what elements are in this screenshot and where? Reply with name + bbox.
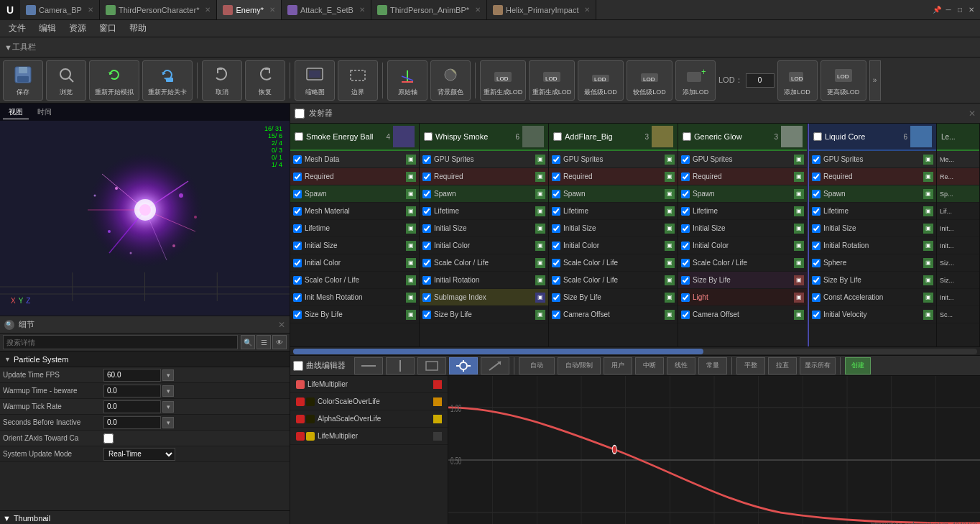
pin-button[interactable]: 📌 (932, 5, 942, 15)
close-button[interactable]: ✕ (966, 5, 976, 15)
prop-arrow[interactable]: ▾ (162, 401, 174, 413)
tab-close[interactable]: ✕ (475, 6, 481, 14)
module-graph[interactable]: ▣ (794, 275, 804, 285)
module-graph[interactable]: ▣ (923, 258, 933, 268)
module-graph[interactable]: ▣ (665, 258, 675, 268)
module-lifetime[interactable]: Lifetime ▣ (678, 203, 807, 220)
module-graph[interactable]: ▣ (406, 258, 416, 268)
module-initial-size[interactable]: Initial Size ▣ (678, 220, 807, 237)
module-scale-color[interactable]: Scale Color / Life ▣ (420, 254, 548, 272)
module-initial-size[interactable]: Initial Size ▣ (809, 220, 936, 237)
module-checkbox[interactable] (552, 259, 560, 267)
module-scale-color-2[interactable]: Scale Color / Life ▣ (549, 272, 678, 289)
menu-asset[interactable]: 资源 (63, 21, 92, 36)
update-mode-select[interactable]: Real-Time Fixed-Time (103, 448, 175, 461)
module-gpu-sprites[interactable]: GPU Sprites ▣ (678, 151, 807, 168)
module-initial-velocity[interactable]: Initial Velocity ▣ (809, 306, 936, 323)
emitter-scrollbar[interactable] (290, 346, 980, 355)
module-partial-gpu[interactable]: Me... (937, 151, 979, 168)
module-graph[interactable]: ▣ (535, 224, 545, 234)
menu-window[interactable]: 窗口 (93, 21, 122, 36)
module-graph[interactable]: ▣ (794, 310, 804, 320)
tab-close[interactable]: ✕ (269, 6, 275, 14)
module-checkbox[interactable] (293, 242, 302, 250)
warmup-time-input[interactable] (103, 385, 161, 397)
module-initial-color[interactable]: Initial Color ▣ (678, 237, 807, 254)
module-checkbox[interactable] (552, 207, 560, 216)
module-required[interactable]: Required ▣ (809, 168, 936, 185)
restart-sim-button[interactable]: 重新开始模拟 (89, 60, 139, 101)
module-light[interactable]: Light ▣ (678, 289, 807, 306)
module-scale-color[interactable]: Scale Color / Life ▣ (678, 254, 807, 272)
regen-lod-h-button[interactable]: LOD 重新生成LOD (480, 60, 526, 101)
bg-color-button[interactable]: 背景颜色 (430, 60, 471, 101)
module-graph[interactable]: ▣ (923, 310, 933, 320)
viewport-tab-time[interactable]: 时间 (32, 106, 57, 119)
module-graph[interactable]: ▣ (535, 206, 545, 216)
module-partial-sph[interactable]: Siz... (937, 254, 979, 272)
module-checkbox[interactable] (422, 173, 431, 181)
module-checkbox[interactable] (422, 224, 431, 233)
menu-edit[interactable]: 编辑 (33, 21, 62, 36)
module-gpu-sprites[interactable]: GPU Sprites ▣ (420, 151, 548, 168)
module-checkbox[interactable] (422, 276, 431, 285)
undo-button[interactable]: 取消 (202, 60, 242, 101)
curve-item-btn[interactable] (433, 415, 442, 423)
toolbar-overflow[interactable]: » (869, 60, 881, 101)
module-checkbox[interactable] (812, 293, 820, 302)
module-spawn[interactable]: Spawn ▣ (420, 185, 548, 203)
module-graph[interactable]: ▣ (406, 241, 416, 251)
module-checkbox[interactable] (552, 311, 560, 319)
curve-btn-create[interactable]: 创建 (845, 357, 871, 374)
module-size-by-life[interactable]: Size By Life ▣ (809, 272, 936, 289)
lod-input[interactable] (746, 73, 775, 88)
module-checkbox[interactable] (422, 190, 431, 198)
module-size-by-life[interactable]: Size By Life ▣ (549, 289, 678, 306)
module-checkbox[interactable] (422, 311, 431, 319)
module-graph[interactable]: ▣ (406, 224, 416, 234)
module-checkbox[interactable] (681, 293, 690, 302)
module-graph[interactable]: ▣ (794, 241, 804, 251)
curve-btn-show-all[interactable]: 显示所有 (800, 357, 836, 374)
curve-item-life-mult-2[interactable]: LifeMultiplier (290, 428, 448, 445)
module-checkbox[interactable] (422, 293, 431, 302)
module-camera-offset[interactable]: Camera Offset ▣ (678, 306, 807, 323)
module-checkbox[interactable] (293, 207, 302, 216)
module-graph[interactable]: ▣ (406, 155, 416, 165)
module-graph[interactable]: ▣ (923, 224, 933, 234)
orient-z-checkbox[interactable] (103, 433, 114, 443)
module-required[interactable]: Required ▣ (678, 168, 807, 185)
module-initial-size[interactable]: Initial Size ▣ (549, 220, 678, 237)
module-graph[interactable]: ▣ (665, 224, 675, 234)
search-button[interactable]: 🔍 (241, 335, 255, 349)
module-graph[interactable]: ▣ (406, 310, 416, 320)
col-checkbox[interactable] (553, 132, 562, 141)
details-close[interactable]: ✕ (278, 320, 285, 330)
module-partial-life[interactable]: Lif... (937, 203, 979, 220)
module-checkbox[interactable] (681, 276, 690, 285)
module-graph[interactable]: ▣ (406, 189, 416, 199)
module-graph[interactable]: ▣ (794, 189, 804, 199)
module-spawn[interactable]: Spawn ▣ (809, 185, 936, 203)
module-lifetime[interactable]: Lifetime ▣ (809, 203, 936, 220)
menu-file[interactable]: 文件 (3, 21, 32, 36)
seconds-inactive-input[interactable] (103, 416, 161, 429)
module-checkbox[interactable] (293, 224, 302, 233)
module-checkbox[interactable] (293, 311, 302, 319)
redo-button[interactable]: 恢复 (245, 60, 285, 101)
curve-btn-constant[interactable]: 常量 (698, 357, 727, 374)
module-graph[interactable]: ▣ (535, 310, 545, 320)
curve-btn-auto-limit[interactable]: 自动/限制 (558, 357, 601, 374)
module-checkbox[interactable] (293, 293, 302, 302)
module-graph[interactable]: ▣ (665, 310, 675, 320)
module-checkbox[interactable] (812, 190, 820, 198)
module-graph[interactable]: ▣ (665, 155, 675, 165)
curve-item-alpha-scale[interactable]: AlphaScaleOverLife (290, 410, 448, 428)
module-checkbox[interactable] (552, 155, 560, 164)
curve-item-btn[interactable] (433, 397, 442, 406)
module-graph[interactable]: ▣ (923, 206, 933, 216)
module-checkbox[interactable] (681, 155, 690, 164)
col-checkbox[interactable] (295, 132, 303, 141)
module-graph[interactable]: ▣ (406, 172, 416, 182)
module-checkbox[interactable] (552, 242, 560, 250)
